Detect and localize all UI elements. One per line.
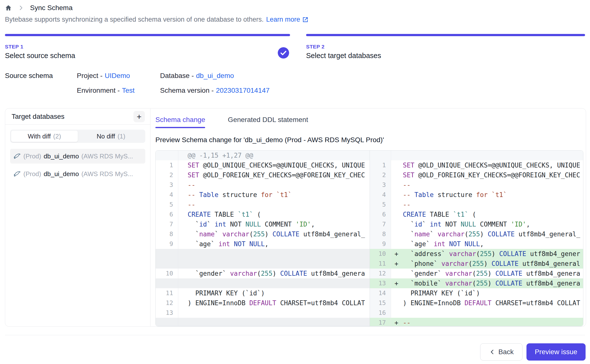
code-line: `address` varchar(255) COLLATE utf8mb4_g…	[402, 249, 583, 259]
code-line	[178, 318, 370, 326]
diff-row-old-3: 3--	[156, 180, 370, 190]
code-line: `id` int NOT NULL COMMENT 'ID',	[402, 219, 583, 229]
step2-title: Select target databases	[306, 52, 381, 60]
diff-marker	[391, 308, 402, 318]
learn-more-label: Learn more	[266, 16, 300, 23]
line-number: 6	[156, 210, 178, 219]
page-title: Sync Schema	[30, 4, 73, 12]
code-line: CREATE TABLE `t1` (	[178, 210, 370, 219]
main-panel: Target databases + With diff (2) No diff…	[5, 108, 586, 327]
environment-link[interactable]: Test	[122, 87, 134, 94]
line-number: 16	[370, 308, 391, 318]
code-line: ) ENGINE=InnoDB DEFAULT CHARSET=utf8mb4 …	[178, 298, 370, 308]
diff-row-new-8: 8 `name` varchar(255) COLLATE utf8mb4_ge…	[370, 229, 583, 239]
environment-label: Environment -	[77, 87, 120, 94]
step1-title: Select source schema	[5, 52, 75, 60]
target-database-item[interactable]: (Prod)db_ui_demo(AWS RDS MyS...	[10, 149, 145, 164]
line-number: 8	[156, 229, 178, 239]
line-number: 1	[156, 160, 178, 170]
code-line	[178, 249, 370, 259]
tab-no-diff-count: (1)	[117, 133, 125, 140]
diff-filter-tabs: With diff (2) No diff (1)	[10, 130, 145, 143]
line-number: 2	[370, 170, 391, 180]
diff-marker: +	[391, 249, 402, 259]
db-name: db_ui_demo	[44, 152, 79, 160]
tab-with-diff-count: (2)	[53, 133, 61, 140]
code-line: -- Table structure for `t1`	[178, 190, 370, 200]
external-link-icon	[302, 16, 309, 23]
diff-row-old-1: 1SET @OLD_UNIQUE_CHECKS=@@UNIQUE_CHECKS,…	[156, 160, 370, 170]
db-name: db_ui_demo	[44, 170, 79, 178]
tab-with-diff[interactable]: With diff (2)	[11, 131, 78, 142]
diff-marker: +	[391, 259, 402, 269]
add-target-database-button[interactable]: +	[133, 111, 145, 122]
code-line: `name` varchar(255) COLLATE utf8mb4_gene…	[402, 229, 583, 239]
diff-row-new-9: 9 `age` int NOT NULL,	[370, 239, 583, 249]
diff-row-new-14: 14 PRIMARY KEY (`id`)	[370, 288, 583, 298]
intro-description: Bytebase supports synchronizing a specif…	[5, 16, 264, 23]
code-line: `name` varchar(255) COLLATE utf8mb4_gene…	[178, 229, 370, 239]
line-number: 3	[156, 180, 178, 190]
tab-generated-ddl[interactable]: Generated DDL statement	[228, 116, 308, 128]
line-number: 3	[370, 180, 391, 190]
diff-row-old: @@ -1,15 +1,27 @@	[156, 151, 370, 160]
diff-marker	[391, 298, 402, 308]
diff-marker	[391, 160, 402, 170]
diff-marker	[391, 219, 402, 229]
diff-row-new-11: 11+ `phone` varchar(255) COLLATE utf8mb4…	[370, 259, 583, 269]
diff-marker	[391, 210, 402, 219]
back-button[interactable]: Back	[480, 343, 523, 361]
schema-diff-view: @@ -1,15 +1,27 @@1SET @OLD_UNIQUE_CHECKS…	[155, 150, 583, 326]
breadcrumb: Sync Schema	[5, 2, 73, 13]
footer-divider	[5, 335, 585, 335]
line-number: 13	[156, 308, 178, 318]
diff-marker	[391, 229, 402, 239]
target-database-item[interactable]: (Prod)db_ui_demo(AWS RDS MyS...	[10, 167, 145, 181]
code-line: `phone` varchar(255) COLLATE utf8mb4_gen…	[402, 259, 583, 269]
line-number	[156, 259, 178, 269]
diff-row-old-2: 2SET @OLD_FOREIGN_KEY_CHECKS=@@FOREIGN_K…	[156, 170, 370, 180]
code-line: `age` int NOT NULL,	[178, 239, 370, 249]
code-line: `id` int NOT NULL COMMENT 'ID',	[178, 219, 370, 229]
diff-row-old	[156, 259, 370, 269]
diff-row-old-4: 4-- Table structure for `t1`	[156, 190, 370, 200]
database-label: Database -	[160, 72, 194, 80]
diff-row-new-2: 2SET @OLD_FOREIGN_KEY_CHECKS=@@FOREIGN_K…	[370, 170, 583, 180]
code-line: --	[402, 200, 583, 210]
home-icon[interactable]	[5, 4, 12, 11]
diff-row-new-3: 3--	[370, 180, 583, 190]
code-line	[402, 308, 583, 318]
step1-complete-check-icon	[278, 47, 289, 59]
mysql-icon	[14, 152, 21, 160]
tab-no-diff[interactable]: No diff (1)	[78, 131, 145, 142]
line-number: 7	[156, 219, 178, 229]
step1-progress-bar	[5, 34, 290, 36]
line-number: 11	[156, 288, 178, 298]
diff-row-old-7: 7 `id` int NOT NULL COMMENT 'ID',	[156, 219, 370, 229]
diff-row-old	[156, 249, 370, 259]
target-databases-panel: Target databases + With diff (2) No diff…	[5, 108, 150, 326]
code-line: --	[402, 318, 583, 326]
diff-row-new-12: 12 `gender` varchar(255) COLLATE utf8mb4…	[370, 269, 583, 278]
project-link[interactable]: UIDemo	[105, 72, 130, 80]
diff-row-old-8: 8 `name` varchar(255) COLLATE utf8mb4_ge…	[156, 229, 370, 239]
code-line	[178, 259, 370, 269]
preview-issue-button[interactable]: Preview issue	[526, 343, 586, 361]
tab-schema-change[interactable]: Schema change	[155, 116, 205, 128]
back-button-label: Back	[498, 348, 514, 356]
code-line: -- Table structure for `t1`	[402, 190, 583, 200]
code-line: `age` int NOT NULL,	[402, 239, 583, 249]
chevron-left-icon	[489, 349, 495, 355]
schema-version-link[interactable]: 20230317014147	[216, 87, 270, 94]
diff-marker	[391, 269, 402, 278]
environment-cell: Environment - Test	[77, 87, 160, 94]
code-line: CREATE TABLE `t1` (	[402, 210, 583, 219]
database-link[interactable]: db_ui_demo	[196, 72, 234, 80]
diff-marker	[391, 190, 402, 200]
line-number: 10	[370, 249, 391, 259]
learn-more-link[interactable]: Learn more	[266, 16, 309, 23]
diff-marker	[391, 151, 402, 160]
diff-row-old-10: 10 `gender` varchar(255) COLLATE utf8mb4…	[156, 269, 370, 278]
line-number: 5	[156, 200, 178, 210]
code-line: --	[178, 180, 370, 190]
